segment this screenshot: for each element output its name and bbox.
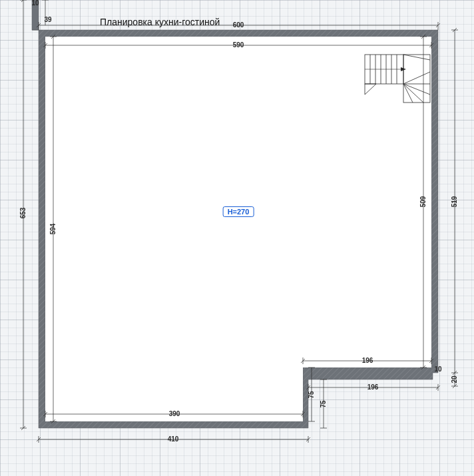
dim-label: 75	[308, 391, 315, 398]
floorplan-svg	[0, 0, 474, 476]
dim-label: 600	[233, 22, 244, 29]
dim-label: 10	[434, 366, 441, 373]
dim-label: 594	[50, 224, 57, 235]
dim-label: 75	[320, 400, 327, 407]
dim-label: 39	[44, 17, 51, 23]
ceiling-height-badge: H=270	[223, 206, 254, 217]
dim-label: 196	[367, 384, 379, 391]
dim-label: 410	[168, 436, 179, 443]
dim-label: 519	[451, 196, 458, 208]
dim-label: 20	[451, 375, 458, 383]
dim-label: 653	[20, 208, 27, 219]
dim-label: 590	[233, 42, 244, 49]
floorplan-canvas[interactable]: Планировка кухни-гостиной	[0, 0, 474, 476]
dim-label: 390	[169, 411, 180, 417]
dim-label: 509	[420, 196, 427, 208]
dim-label: 196	[362, 357, 373, 364]
dim-label: 10	[31, 0, 39, 7]
